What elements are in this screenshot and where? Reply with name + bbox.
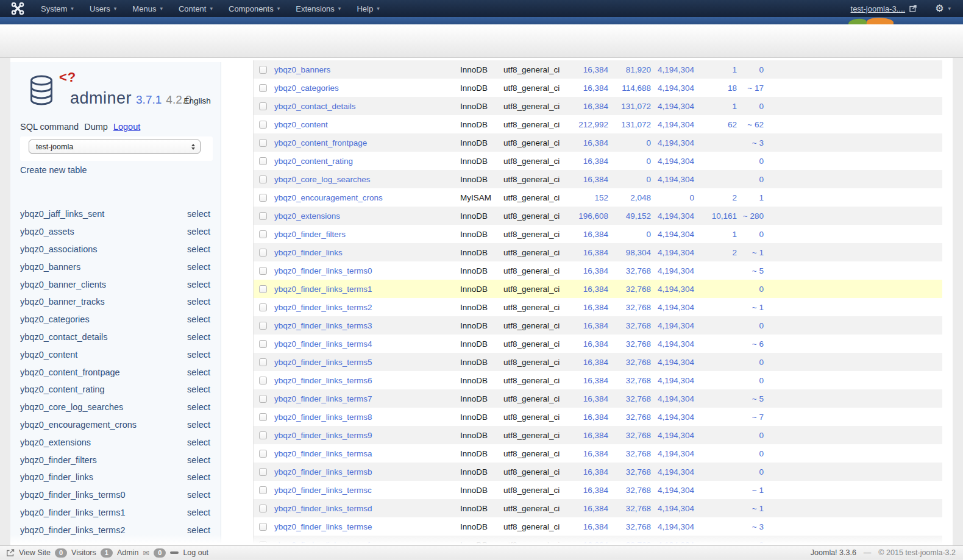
row-checkbox[interactable]: [259, 230, 267, 238]
row-checkbox[interactable]: [259, 102, 267, 110]
row-checkbox[interactable]: [259, 486, 267, 494]
row-checkbox[interactable]: [259, 157, 267, 165]
row-checkbox[interactable]: [259, 358, 267, 366]
rows-count-link[interactable]: ~ 17: [737, 83, 764, 93]
table-name-link[interactable]: ybqz0_content_frontpage: [274, 138, 460, 147]
logout-link[interactable]: Logout: [113, 122, 140, 132]
rows-count-link[interactable]: ~ 3: [737, 138, 764, 147]
sidebar-table-link[interactable]: ybqz0_core_log_searches: [20, 402, 123, 412]
sidebar-select-link[interactable]: select: [187, 280, 210, 289]
sidebar-table-link[interactable]: ybqz0_associations: [20, 244, 98, 254]
rows-count-link[interactable]: ~ 1: [737, 504, 764, 513]
sidebar-select-link[interactable]: select: [187, 508, 210, 517]
table-name-link[interactable]: ybqz0_finder_links_terms7: [274, 394, 460, 403]
sidebar-table-link[interactable]: ybqz0_banner_tracks: [20, 297, 105, 307]
sidebar-table-link[interactable]: ybqz0_encouragement_crons: [20, 420, 137, 430]
row-checkbox[interactable]: [259, 303, 267, 311]
table-name-link[interactable]: ybqz0_finder_links_termse: [274, 522, 460, 531]
rows-count-link[interactable]: 0: [737, 321, 764, 330]
rows-count-link[interactable]: ~ 280: [737, 211, 764, 221]
database-select[interactable]: test-joomla: [29, 140, 201, 154]
top-menu-item[interactable]: Users ▾: [82, 4, 124, 13]
sidebar-select-link[interactable]: select: [187, 402, 210, 412]
rows-count-link[interactable]: 0: [737, 431, 764, 440]
sidebar-table-link[interactable]: ybqz0_finder_links_terms0: [20, 490, 125, 500]
sidebar-table-link[interactable]: ybqz0_content_rating: [20, 385, 105, 394]
table-name-link[interactable]: ybqz0_finder_links_termsa: [274, 449, 460, 458]
site-preview-link[interactable]: test-joomla-3....: [851, 4, 917, 13]
rows-count-link[interactable]: 0: [737, 157, 764, 166]
rows-count-link[interactable]: ~ 1: [737, 248, 764, 257]
table-name-link[interactable]: ybqz0_finder_links: [274, 248, 460, 257]
rows-count-link[interactable]: ~ 7: [737, 413, 764, 422]
rows-count-link[interactable]: 0: [737, 175, 764, 184]
adminer-version-link[interactable]: 3.7.1: [136, 93, 162, 106]
row-checkbox[interactable]: [259, 541, 267, 546]
rows-count-link[interactable]: 0: [737, 230, 764, 239]
settings-menu-button[interactable]: ⚙ ▾: [935, 4, 951, 13]
sidebar-table-link[interactable]: ybqz0_contact_details: [20, 332, 108, 342]
table-name-link[interactable]: ybqz0_content_rating: [274, 157, 460, 166]
rows-count-link[interactable]: ~ 6: [737, 339, 764, 349]
sidebar-table-link[interactable]: ybqz0_content_frontpage: [20, 367, 120, 377]
row-checkbox[interactable]: [259, 66, 267, 74]
row-checkbox[interactable]: [259, 212, 267, 220]
table-name-link[interactable]: ybqz0_finder_links_terms9: [274, 431, 460, 440]
row-checkbox[interactable]: [259, 121, 267, 129]
row-checkbox[interactable]: [259, 285, 267, 293]
rows-count-link[interactable]: 0: [737, 449, 764, 458]
sidebar-select-link[interactable]: select: [187, 385, 210, 394]
table-name-link[interactable]: ybqz0_finder_links_termsd: [274, 504, 460, 513]
sidebar-select-link[interactable]: select: [187, 438, 210, 447]
rows-count-link[interactable]: 0: [737, 102, 764, 111]
table-name-link[interactable]: ybqz0_finder_links_terms3: [274, 321, 460, 330]
table-name-link[interactable]: ybqz0_finder_links_terms5: [274, 358, 460, 367]
rows-count-link[interactable]: ~ 3: [737, 522, 764, 531]
row-checkbox[interactable]: [259, 377, 267, 385]
sidebar-select-link[interactable]: select: [187, 314, 210, 324]
table-name-link[interactable]: ybqz0_finder_links_terms1: [274, 285, 460, 294]
row-checkbox[interactable]: [259, 523, 267, 531]
view-site-link[interactable]: View Site: [19, 548, 51, 557]
sidebar-table-link[interactable]: ybqz0_content: [20, 350, 77, 360]
sidebar-select-link[interactable]: select: [187, 543, 210, 545]
table-name-link[interactable]: ybqz0_banners: [274, 65, 460, 74]
row-checkbox[interactable]: [259, 468, 267, 476]
table-name-link[interactable]: ybqz0_finder_links_terms6: [274, 376, 460, 385]
table-name-link[interactable]: ybqz0_finder_links_terms4: [274, 339, 460, 349]
sql-command-link[interactable]: SQL command: [20, 122, 79, 132]
table-name-link[interactable]: ybqz0_finder_links_terms0: [274, 266, 460, 275]
row-checkbox[interactable]: [259, 413, 267, 421]
sidebar-select-link[interactable]: select: [187, 262, 210, 272]
sidebar-select-link[interactable]: select: [187, 227, 210, 236]
rows-count-link[interactable]: 0: [737, 376, 764, 385]
language-link[interactable]: English: [184, 96, 211, 105]
table-name-link[interactable]: ybqz0_core_log_searches: [274, 175, 460, 184]
rows-count-link[interactable]: ~ 1: [737, 486, 764, 495]
sidebar-select-link[interactable]: select: [187, 420, 210, 430]
table-name-link[interactable]: ybqz0_contact_details: [274, 102, 460, 111]
row-checkbox[interactable]: [259, 505, 267, 512]
top-menu-item[interactable]: Components ▾: [221, 4, 288, 13]
row-checkbox[interactable]: [259, 450, 267, 458]
messages-icon[interactable]: ✉: [143, 548, 149, 558]
sidebar-table-link[interactable]: ybqz0_jaff_links_sent: [20, 209, 104, 219]
sidebar-table-link[interactable]: ybqz0_finder_links_terms1: [20, 508, 125, 517]
table-name-link[interactable]: ybqz0_content: [274, 120, 460, 129]
table-name-link[interactable]: ybqz0_finder_links_terms2: [274, 303, 460, 312]
table-name-link[interactable]: ybqz0_extensions: [274, 211, 460, 221]
top-menu-item[interactable]: Content ▾: [171, 4, 221, 13]
top-menu-item[interactable]: System ▾: [33, 4, 82, 13]
sidebar-select-link[interactable]: select: [187, 244, 210, 254]
table-name-link[interactable]: ybqz0_finder_links_terms8: [274, 413, 460, 422]
row-checkbox[interactable]: [259, 267, 267, 275]
sidebar-select-link[interactable]: select: [187, 490, 210, 500]
rows-count-link[interactable]: 0: [737, 541, 764, 546]
top-menu-item[interactable]: Menus ▾: [124, 4, 171, 13]
sidebar-table-link[interactable]: ybqz0_finder_links_terms2: [20, 525, 125, 535]
row-checkbox[interactable]: [259, 340, 267, 348]
top-menu-item[interactable]: Help ▾: [349, 4, 387, 13]
sidebar-select-link[interactable]: select: [187, 525, 210, 535]
sidebar-table-link[interactable]: ybqz0_finder_links: [20, 472, 93, 482]
sidebar-select-link[interactable]: select: [187, 472, 210, 482]
